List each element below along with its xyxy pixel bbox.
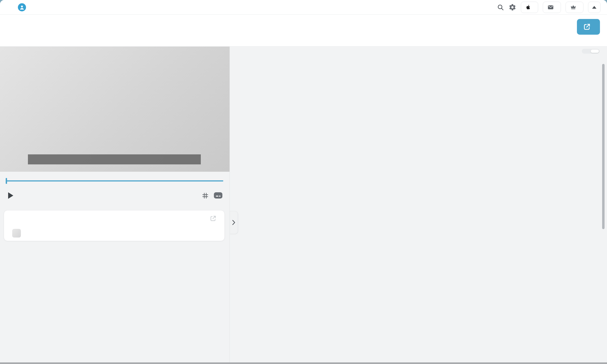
top-menu-bar bbox=[0, 0, 607, 15]
person-icon bbox=[19, 5, 25, 10]
player-controls bbox=[0, 190, 230, 202]
video-preview[interactable] bbox=[0, 47, 230, 172]
playhead[interactable] bbox=[6, 178, 7, 184]
download-vrew-button[interactable] bbox=[521, 2, 538, 13]
top-right-cluster bbox=[497, 2, 600, 13]
caption-overlay[interactable] bbox=[28, 154, 201, 164]
progress-fill bbox=[6, 180, 223, 181]
expand-panel-button[interactable] bbox=[230, 211, 238, 234]
clip-item-thumbnail bbox=[12, 229, 21, 238]
export-icon bbox=[583, 23, 590, 30]
panel-divider bbox=[230, 47, 230, 364]
tab-overview[interactable] bbox=[583, 50, 591, 53]
triangle-up-icon bbox=[592, 6, 596, 9]
search-icon[interactable] bbox=[497, 4, 504, 11]
user-avatar[interactable] bbox=[18, 3, 26, 11]
playback-progress-bar[interactable] bbox=[6, 180, 223, 181]
view-mode-tabs bbox=[582, 49, 600, 54]
slide-chair-image bbox=[20, 63, 131, 170]
tab-details[interactable] bbox=[591, 50, 599, 53]
clip-card[interactable] bbox=[4, 210, 225, 241]
export-button[interactable] bbox=[577, 19, 600, 35]
clip-item-row[interactable] bbox=[12, 228, 217, 238]
chevron-right-icon bbox=[232, 220, 235, 225]
captions-toolbar bbox=[0, 15, 607, 47]
grid-view-icon[interactable] bbox=[202, 193, 208, 199]
gear-icon[interactable] bbox=[509, 4, 516, 11]
support-button[interactable] bbox=[543, 2, 561, 13]
vrew-window bbox=[0, 0, 607, 364]
bottom-window-edge bbox=[0, 362, 607, 364]
crown-icon bbox=[570, 5, 576, 10]
right-panel-scrollbar[interactable] bbox=[602, 64, 605, 229]
caption-view-icon[interactable] bbox=[214, 192, 222, 199]
mail-icon bbox=[548, 5, 554, 10]
external-link-icon[interactable] bbox=[210, 215, 216, 223]
collapse-toolbar-button[interactable] bbox=[588, 2, 600, 13]
play-button[interactable] bbox=[8, 192, 13, 199]
upgrade-button[interactable] bbox=[566, 2, 583, 13]
apple-icon bbox=[526, 4, 531, 10]
